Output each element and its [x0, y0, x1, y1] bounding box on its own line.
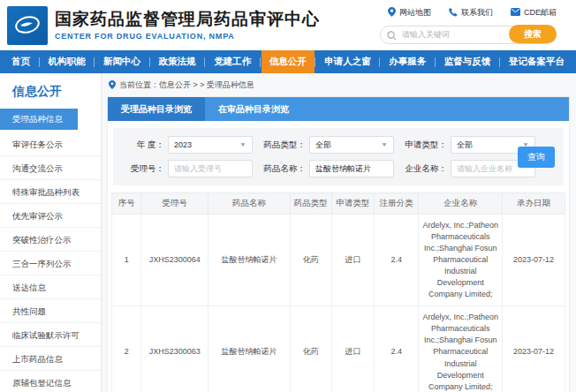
- col-header-date: 承办日期: [503, 193, 565, 215]
- mailbox-link[interactable]: CDE邮箱: [511, 7, 557, 19]
- col-header-seq: 序号: [112, 193, 141, 215]
- sidebar-item-three-in-one[interactable]: 三合一序列公示: [0, 252, 101, 275]
- drug-type-label: 药品类型：: [260, 139, 306, 151]
- nav-item-news[interactable]: 新闻中心: [95, 50, 148, 73]
- nav-item-home[interactable]: 首页: [4, 50, 38, 73]
- nav-item-supervision[interactable]: 监督与反馈: [436, 50, 499, 73]
- apply-type-value: 全部: [457, 139, 473, 151]
- year-select[interactable]: 2023 ▼: [168, 136, 253, 154]
- drug-type-select[interactable]: 全部 ▼: [309, 136, 394, 154]
- sidebar-item-breakthrough[interactable]: 突破性治疗公示: [0, 228, 101, 252]
- apply-type-label: 申请类型：: [401, 139, 447, 151]
- results-table: 序号 受理号 药品名称 药品类型 申请类型 注册分类 企业名称 承办日期 1: [111, 192, 565, 392]
- col-header-apply-type: 申请类型: [331, 193, 374, 215]
- cell-acceptance-no: JXHS2300063: [141, 306, 208, 392]
- col-header-drug-type: 药品类型: [290, 193, 331, 215]
- sidebar-item-communication[interactable]: 沟通交流公示: [0, 156, 101, 180]
- drug-name-label: 药品名称：: [260, 163, 306, 175]
- cell-seq: 2: [112, 306, 141, 392]
- drug-name-input[interactable]: [315, 164, 388, 173]
- query-button[interactable]: 查询: [518, 147, 555, 168]
- nav-item-org[interactable]: 机构职能: [41, 50, 94, 73]
- company-label: 企业名称：: [401, 163, 447, 175]
- table-row: 2 JXHS2300063 盐酸替纳帕诺片 化药 进口 2.4 Ardelyx,…: [112, 306, 565, 392]
- acceptance-no-input[interactable]: [174, 164, 246, 173]
- table-row: 1 JXHS2300064 盐酸替纳帕诺片 化药 进口 2.4 Ardelyx,…: [112, 215, 565, 306]
- sidebar-item-marketed-drugs[interactable]: 上市药品信息: [0, 347, 101, 371]
- header-right: 网站地图 联系我们 CDE邮箱: [380, 7, 569, 43]
- nav-item-party[interactable]: 党建工作: [206, 50, 259, 73]
- year-label: 年 度：: [118, 139, 164, 151]
- header: 国家药品监督管理局药品审评中心 CENTER FOR DRUG EVALUATI…: [0, 0, 576, 50]
- site-title: 国家药品监督管理局药品审评中心: [55, 10, 320, 30]
- sidebar-title: 信息公开: [0, 80, 101, 109]
- cell-date: 2023-07-12: [503, 306, 565, 392]
- brand: 国家药品监督管理局药品审评中心 CENTER FOR DRUG EVALUATI…: [7, 6, 320, 45]
- cell-apply-type: 进口: [331, 306, 374, 392]
- acceptance-no-label: 受理号：: [118, 163, 164, 175]
- cde-logo-icon: [7, 6, 48, 45]
- cell-drug-name: 盐酸替纳帕诺片: [208, 306, 290, 392]
- sitemap-label: 网站地图: [399, 7, 431, 19]
- filter-panel: 年 度： 2023 ▼ 药品类型： 全部 ▼: [113, 128, 564, 185]
- content-panel: 受理品种目录浏览 在审品种目录浏览 年 度： 2023 ▼ 药: [107, 96, 570, 392]
- cell-seq: 1: [112, 215, 141, 306]
- contact-link[interactable]: 联系我们: [449, 7, 493, 19]
- cell-company: Ardelyx, Inc.;Patheon Pharmaceuticals In…: [419, 306, 503, 392]
- table-header-row: 序号 受理号 药品名称 药品类型 申请类型 注册分类 企业名称 承办日期: [112, 193, 565, 215]
- tab-under-review-catalog[interactable]: 在审品种目录浏览: [205, 97, 302, 121]
- site-search: 搜索: [380, 25, 557, 43]
- col-header-acceptance-no: 受理号: [141, 193, 208, 215]
- acceptance-no-field: [168, 160, 253, 177]
- tab-accepted-catalog[interactable]: 受理品种目录浏览: [108, 97, 205, 121]
- sidebar-item-delivery-info[interactable]: 送达信息: [0, 275, 101, 299]
- site-subtitle: CENTER FOR DRUG EVALUATION, NMPA: [55, 32, 320, 41]
- cell-apply-type: 进口: [331, 215, 374, 306]
- search-button[interactable]: 搜索: [509, 25, 557, 43]
- main-nav: 首页 机构职能 新闻中心 政策法规 党建工作 信息公开 申请人之窗 办事服务 监…: [0, 50, 576, 73]
- cell-drug-type: 化药: [290, 215, 331, 306]
- cell-company: Ardelyx, Inc.;Patheon Pharmaceuticals In…: [419, 215, 503, 306]
- sidebar: 信息公开 受理品种信息 审评任务公示 沟通交流公示 特殊审批品种列表 优先审评公…: [0, 73, 102, 392]
- sidebar-item-priority-review[interactable]: 优先审评公示: [0, 204, 101, 228]
- sidebar-item-accepted-varieties[interactable]: 受理品种信息: [0, 109, 78, 130]
- sitemap-link[interactable]: 网站地图: [388, 7, 431, 19]
- caret-down-icon: ▼: [381, 141, 388, 147]
- main-area: 当前位置：信息公开 > > 受理品种信息 受理品种目录浏览 在审品种目录浏览 年…: [102, 73, 576, 392]
- mailbox-label: CDE邮箱: [524, 7, 557, 19]
- breadcrumb: 当前位置：信息公开 > > 受理品种信息: [109, 79, 570, 91]
- year-value: 2023: [174, 140, 192, 149]
- sidebar-item-clinical-trial[interactable]: 临床试验默示许可: [0, 323, 101, 347]
- sidebar-item-review-tasks[interactable]: 审评任务公示: [0, 132, 101, 156]
- cell-date: 2023-07-12: [503, 215, 565, 306]
- drug-name-field: [309, 160, 394, 177]
- drug-type-value: 全部: [315, 139, 331, 151]
- sidebar-item-special-approval[interactable]: 特殊审批品种列表: [0, 180, 101, 204]
- cell-reg-class: 2.4: [375, 306, 419, 392]
- sidebar-item-common-issues[interactable]: 共性问题: [0, 299, 101, 323]
- cell-drug-type: 化药: [290, 306, 331, 392]
- col-header-drug-name: 药品名称: [208, 193, 290, 215]
- brand-text: 国家药品监督管理局药品审评中心 CENTER FOR DRUG EVALUATI…: [55, 10, 320, 41]
- cell-drug-name: 盐酸替纳帕诺片: [208, 215, 290, 306]
- contact-label: 联系我们: [461, 7, 493, 19]
- caret-down-icon: ▼: [239, 141, 246, 147]
- mail-icon: [511, 8, 520, 18]
- nav-item-policy[interactable]: 政策法规: [151, 50, 204, 73]
- breadcrumb-pin-icon: [109, 80, 116, 91]
- breadcrumb-text: 当前位置：信息公开 > > 受理品种信息: [119, 79, 254, 91]
- location-pin-icon: [388, 7, 396, 19]
- cell-reg-class: 2.4: [375, 215, 419, 306]
- col-header-company: 企业名称: [419, 193, 503, 215]
- col-header-reg-class: 注册分类: [375, 193, 419, 215]
- nav-item-registration[interactable]: 登记备案平台: [501, 50, 572, 73]
- nav-item-applicant[interactable]: 申请人之窗: [316, 50, 379, 73]
- quick-links: 网站地图 联系我们 CDE邮箱: [388, 7, 557, 19]
- nav-item-services[interactable]: 办事服务: [381, 50, 434, 73]
- page: 国家药品监督管理局药品审评中心 CENTER FOR DRUG EVALUATI…: [0, 0, 576, 392]
- search-icon: [387, 28, 397, 44]
- content: 信息公开 受理品种信息 审评任务公示 沟通交流公示 特殊审批品种列表 优先审评公…: [0, 73, 576, 392]
- phone-icon: [449, 8, 458, 19]
- sidebar-item-excipients[interactable]: 原辅包登记信息: [0, 371, 101, 392]
- nav-item-info-disclosure[interactable]: 信息公开: [261, 50, 315, 73]
